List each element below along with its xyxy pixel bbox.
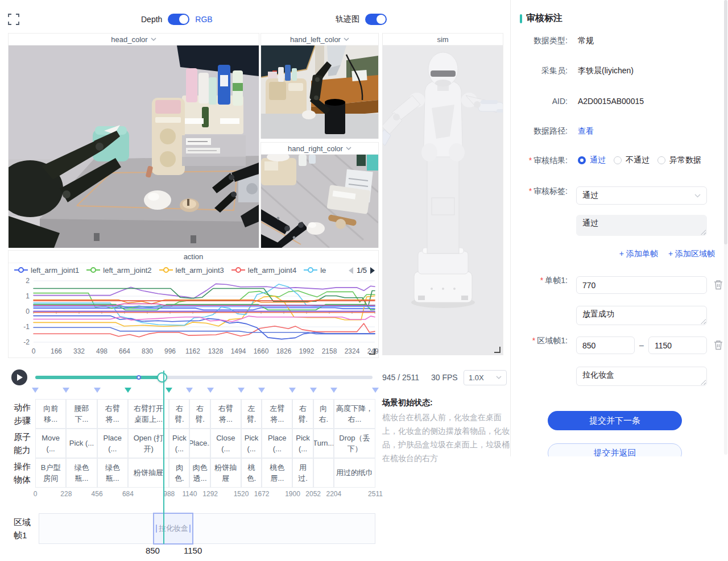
- operated-objects-cell[interactable]: 肉色透...: [189, 458, 210, 488]
- segment-marker[interactable]: [94, 388, 101, 396]
- region-start-input[interactable]: [576, 336, 635, 354]
- sim-view[interactable]: [383, 45, 503, 355]
- legend-prev-icon[interactable]: [349, 267, 354, 274]
- resize-handle-icon[interactable]: [494, 347, 500, 353]
- operated-objects-cell[interactable]: 肉色.: [169, 458, 189, 488]
- segment-marker[interactable]: [330, 388, 337, 396]
- legend-item-left_arm_joint3[interactable]: left_arm_joint3: [159, 266, 224, 275]
- axis-tick-label: 988: [163, 490, 175, 498]
- segment-marker[interactable]: [372, 388, 379, 396]
- region-frame-track[interactable]: 拉化妆盒: [39, 513, 375, 544]
- atomic-abilities-cell[interactable]: Drop（丢下）: [334, 429, 375, 458]
- atomic-abilities-cell[interactable]: Turn...: [313, 429, 334, 458]
- head-camera-view: [9, 45, 259, 248]
- progress-slider-handle[interactable]: [157, 372, 167, 383]
- action-steps-cell[interactable]: 向前移...: [35, 399, 66, 429]
- review-result-option-0[interactable]: 通过: [578, 155, 606, 165]
- action-steps-cell[interactable]: 右臂.: [189, 399, 210, 429]
- segment-left-handle[interactable]: [156, 525, 157, 533]
- operated-objects-cell[interactable]: 绿色瓶...: [66, 458, 97, 488]
- atomic-abilities-cell[interactable]: Close (...: [210, 429, 241, 458]
- resize-handle-icon[interactable]: [369, 348, 375, 355]
- operated-objects-cell[interactable]: [313, 458, 334, 488]
- operated-objects-cell[interactable]: B户型房间: [35, 458, 66, 488]
- fullscreen-icon[interactable]: [8, 14, 19, 25]
- operated-objects-cell[interactable]: 粉饼抽屉: [128, 458, 169, 488]
- action-steps-cell[interactable]: 左臂.: [241, 399, 262, 429]
- legend-next-icon[interactable]: [370, 267, 375, 274]
- play-button[interactable]: [11, 369, 27, 385]
- operated-objects-cell[interactable]: 桃色唇...: [262, 458, 292, 488]
- region-end-label: 1150: [184, 546, 202, 555]
- atomic-abilities-cell[interactable]: Place (...: [97, 429, 128, 458]
- atomic-abilities-cell[interactable]: Pick (...: [169, 429, 189, 458]
- action-steps-cell[interactable]: 右臂将...: [97, 399, 128, 429]
- atomic-abilities-cell[interactable]: Pick (...: [241, 429, 262, 458]
- action-steps-cell[interactable]: 腰部下...: [66, 399, 97, 429]
- head-camera-header[interactable]: head_color: [9, 34, 259, 45]
- chart-legend: left_arm_joint1left_arm_joint2left_arm_j…: [9, 263, 378, 277]
- hand-right-camera-header[interactable]: hand_right_color: [261, 143, 378, 155]
- segment-marker[interactable]: [289, 388, 296, 396]
- single-frame-marker-dot[interactable]: [136, 375, 141, 380]
- segment-marker[interactable]: [125, 388, 131, 396]
- action-steps-cell[interactable]: 左臂将...: [262, 399, 292, 429]
- action-steps-cell[interactable]: 高度下降，右...: [334, 399, 375, 429]
- action-line-chart[interactable]: 210-1-2016633249866483099611621328149416…: [9, 277, 378, 358]
- region-frame-note-textarea[interactable]: 拉化妆盒: [576, 367, 707, 386]
- data-path-link[interactable]: 查看: [578, 126, 594, 136]
- legend-item-left_arm_joint4[interactable]: left_arm_joint4: [231, 266, 296, 275]
- trajectory-toggle[interactable]: [365, 14, 387, 25]
- submit-return-button[interactable]: 提交并返回: [548, 443, 682, 456]
- operated-objects-cell[interactable]: 粉饼抽屉: [210, 458, 241, 488]
- atomic-abilities-cell[interactable]: Move (...: [35, 429, 66, 458]
- legend-item-left_arm_joint2[interactable]: left_arm_joint2: [86, 266, 151, 275]
- operated-objects-cell[interactable]: 用过.: [292, 458, 313, 488]
- single-frame-note-textarea[interactable]: 放置成功: [576, 306, 707, 325]
- action-steps-cell[interactable]: 右臂打开桌面上...: [128, 399, 169, 429]
- add-single-frame-link[interactable]: + 添加单帧: [619, 249, 658, 259]
- legend-item-left_arm_joint1[interactable]: left_arm_joint1: [14, 266, 79, 275]
- panel-title: 审核标注: [526, 13, 562, 24]
- action-steps-cell[interactable]: 右臂.: [292, 399, 313, 429]
- hand-left-camera-header[interactable]: hand_left_color: [261, 34, 378, 45]
- segment-marker[interactable]: [207, 388, 214, 396]
- atomic-abilities-cell[interactable]: Place (...: [262, 429, 292, 458]
- action-steps-cell[interactable]: 向右.: [313, 399, 334, 429]
- segment-marker[interactable]: [238, 388, 245, 396]
- scene-text: 梳妆台在机器人前，化妆盒在桌面上，化妆盒的侧边摆放着物品，化妆品，护肤品盒垃圾在…: [382, 410, 510, 465]
- depth-rgb-toggle[interactable]: [168, 14, 189, 25]
- operated-objects-cell[interactable]: 用过的纸巾: [334, 458, 375, 488]
- segment-marker[interactable]: [32, 388, 39, 396]
- review-tag-select[interactable]: 通过: [576, 186, 707, 205]
- panel-scrollbar-thumb[interactable]: [724, 0, 727, 244]
- segment-marker[interactable]: [310, 388, 317, 396]
- add-region-frame-link[interactable]: + 添加区域帧: [668, 249, 715, 259]
- region-end-input[interactable]: [648, 336, 707, 354]
- radio-circle: [657, 156, 665, 164]
- segment-marker[interactable]: [258, 388, 265, 396]
- region-frame-segment[interactable]: 拉化妆盒: [153, 513, 193, 545]
- segment-right-handle[interactable]: [189, 525, 191, 533]
- legend-item-le[interactable]: le: [304, 266, 326, 275]
- segment-marker[interactable]: [63, 388, 69, 396]
- action-steps-cell[interactable]: 右臂将...: [210, 399, 241, 429]
- atomic-abilities-cell[interactable]: Place..: [189, 429, 210, 458]
- submit-next-button[interactable]: 提交并下一条: [548, 411, 682, 430]
- atomic-abilities-cell[interactable]: Open (打开): [128, 429, 169, 458]
- single-frame-input[interactable]: [576, 276, 707, 294]
- operated-objects-cell[interactable]: 桃色.: [241, 458, 262, 488]
- speed-select[interactable]: 1.0X: [464, 370, 507, 385]
- delete-single-frame-icon[interactable]: [714, 280, 723, 290]
- delete-region-frame-icon[interactable]: [714, 340, 723, 350]
- review-tag-note-textarea[interactable]: 通过: [576, 215, 707, 236]
- action-steps-cell[interactable]: 右臂.: [169, 399, 189, 429]
- review-result-option-1[interactable]: 不通过: [614, 155, 650, 165]
- review-result-option-2[interactable]: 异常数据: [657, 155, 701, 165]
- progress-slider[interactable]: [35, 376, 373, 379]
- atomic-abilities-cell[interactable]: Pick (...: [292, 429, 313, 458]
- segment-marker[interactable]: [186, 388, 193, 396]
- atomic-abilities-cell[interactable]: Pick (...: [66, 429, 97, 458]
- operated-objects-cell[interactable]: 绿色瓶...: [97, 458, 128, 488]
- segment-marker[interactable]: [166, 388, 172, 396]
